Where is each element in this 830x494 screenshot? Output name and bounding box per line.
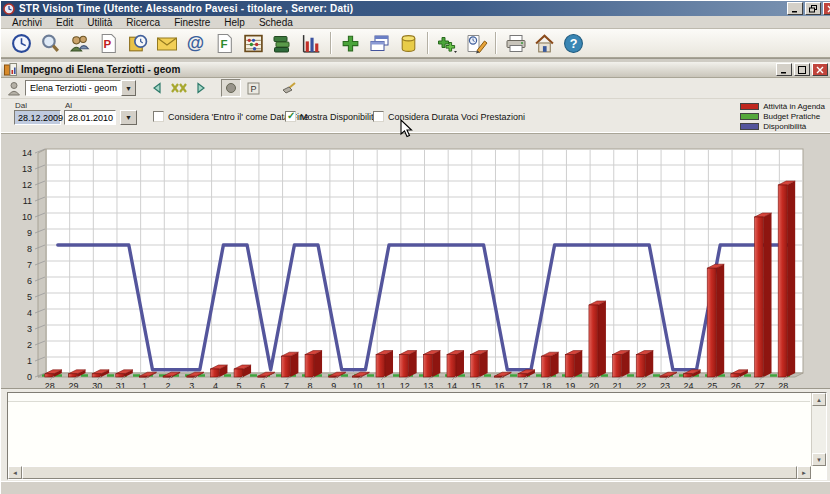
scroll-right-icon[interactable]: ► (797, 466, 811, 479)
record-toggle-button[interactable] (221, 79, 241, 97)
users-icon[interactable] (65, 31, 94, 56)
document-title-bar: Impegno di Elena Terziotti - geom (1, 62, 830, 78)
toolbar-separator (427, 32, 429, 54)
svg-text:3: 3 (27, 324, 32, 334)
svg-text:5: 5 (27, 292, 32, 302)
menu-item-help[interactable]: Help (217, 17, 252, 28)
legend-label: Budget Pratiche (763, 112, 820, 121)
scroll-down-icon[interactable]: ▼ (812, 453, 826, 466)
menu-item-edit[interactable]: Edit (49, 17, 80, 28)
clock-icon[interactable] (7, 31, 36, 56)
checkbox-label: Mostra Disponibilità (300, 112, 379, 122)
chevron-down-icon[interactable]: ▼ (121, 80, 136, 96)
checkbox-label: Considera Durata Voci Prestazioni (388, 112, 525, 122)
next-button[interactable] (191, 79, 211, 97)
checkbox-mostra-disponibilita[interactable]: Mostra Disponibilità (285, 111, 379, 122)
svg-text:4: 4 (27, 308, 32, 318)
document-title: Impegno di Elena Terziotti - geom (21, 64, 180, 75)
window-title: STR Vision Time (Utente: Alessandro Pave… (19, 3, 353, 14)
print-icon[interactable] (501, 31, 530, 56)
menu-item-ricerca[interactable]: Ricerca (119, 17, 167, 28)
checkbox-box[interactable] (153, 111, 164, 122)
legend-swatch-budget (740, 113, 759, 120)
svg-text:@: @ (187, 33, 204, 53)
add-icon[interactable] (336, 31, 365, 56)
mail-icon[interactable] (152, 31, 181, 56)
menu-item-utilita[interactable]: Utilità (80, 17, 119, 28)
doc-close-button[interactable] (812, 63, 828, 76)
mdi-workspace: Impegno di Elena Terziotti - geom Elena … (1, 58, 830, 481)
scroll-up-icon[interactable]: ▲ (812, 393, 826, 406)
legend-label: Disponibilità (763, 122, 806, 131)
al-label: Al (65, 101, 72, 110)
planning-clock-icon[interactable] (123, 31, 152, 56)
at-mention-icon[interactable]: @ (181, 31, 210, 56)
filter-bar: Dal 28.12.2009 Al 28.01.2010 ▼ Considera… (1, 99, 830, 132)
checkbox-box[interactable] (285, 111, 296, 122)
person-selector[interactable]: Elena Terziotti - geom ▼ (25, 80, 136, 96)
detail-panel: ▲ ▼ ◄ ► (1, 388, 830, 482)
document-f-icon[interactable]: F (210, 31, 239, 56)
svg-text:?: ? (570, 37, 578, 51)
svg-text:8: 8 (27, 244, 32, 254)
close-button[interactable] (823, 2, 830, 15)
svg-text:P: P (104, 37, 112, 49)
menu-item-scheda[interactable]: Scheda (252, 17, 300, 28)
checkbox-box[interactable] (373, 111, 384, 122)
double-x-icon[interactable] (169, 79, 189, 97)
chart-canvas: 0123456789101112131428293031123456789101… (1, 133, 830, 389)
legend-swatch-disponibilita (740, 123, 759, 130)
menu-item-archivi[interactable]: Archivi (5, 17, 49, 28)
toolbar-separator (330, 32, 332, 54)
svg-text:P: P (250, 84, 256, 94)
doc-minimize-button[interactable] (776, 63, 792, 76)
books-icon[interactable] (268, 31, 297, 56)
impegno-chart: 0123456789101112131428293031123456789101… (1, 132, 830, 388)
al-date-field[interactable]: 28.01.2010 (64, 110, 116, 125)
home-icon[interactable] (530, 31, 559, 56)
dal-label: Dal (15, 101, 27, 110)
bar-chart-icon[interactable] (297, 31, 326, 56)
svg-text:7: 7 (27, 260, 32, 270)
al-date-dropdown-button[interactable]: ▼ (120, 110, 137, 125)
add-special-icon[interactable] (433, 31, 462, 56)
application-window: STR Vision Time (Utente: Alessandro Pave… (0, 0, 830, 494)
dal-date-field[interactable]: 28.12.2009 (14, 110, 61, 125)
abacus-icon[interactable] (239, 31, 268, 56)
svg-text:2: 2 (27, 340, 32, 350)
main-toolbar: P @ F ? (1, 29, 830, 58)
document-p-icon[interactable]: P (94, 31, 123, 56)
svg-text:12: 12 (22, 180, 32, 190)
doc-maximize-button[interactable] (794, 63, 810, 76)
detail-list-header (8, 393, 810, 402)
search-icon[interactable] (36, 31, 65, 56)
copy-window-icon[interactable] (365, 31, 394, 56)
app-logo-icon (3, 3, 15, 15)
restore-button[interactable] (805, 2, 821, 15)
impegno-window-icon (4, 63, 17, 76)
svg-text:6: 6 (27, 276, 32, 286)
svg-text:F: F (220, 37, 227, 49)
person-selector-value[interactable]: Elena Terziotti - geom (25, 80, 121, 96)
legend-item: Attività in Agenda (740, 102, 825, 111)
horizontal-scrollbar[interactable]: ◄ ► (8, 466, 811, 479)
svg-text:1: 1 (27, 356, 32, 366)
scrollbar-thumb[interactable] (22, 466, 797, 479)
help-icon[interactable]: ? (559, 31, 588, 56)
title-bar: STR Vision Time (Utente: Alessandro Pave… (1, 1, 830, 16)
menu-item-finestre[interactable]: Finestre (167, 17, 217, 28)
scroll-left-icon[interactable]: ◄ (8, 466, 22, 479)
edit-note-icon[interactable] (462, 31, 491, 56)
broom-icon[interactable] (279, 79, 299, 97)
minimize-button[interactable] (787, 2, 803, 15)
impegno-window: Impegno di Elena Terziotti - geom Elena … (1, 62, 830, 482)
legend-label: Attività in Agenda (763, 102, 825, 111)
checkbox-durata-voci[interactable]: Considera Durata Voci Prestazioni (373, 111, 525, 122)
vertical-scrollbar[interactable]: ▲ ▼ (811, 393, 826, 466)
bucket-icon[interactable] (394, 31, 423, 56)
svg-text:10: 10 (22, 212, 32, 222)
svg-text:13: 13 (22, 164, 32, 174)
legend-item: Budget Pratiche (740, 112, 825, 121)
previous-button[interactable] (147, 79, 167, 97)
p-toggle-button[interactable]: P (243, 79, 263, 97)
